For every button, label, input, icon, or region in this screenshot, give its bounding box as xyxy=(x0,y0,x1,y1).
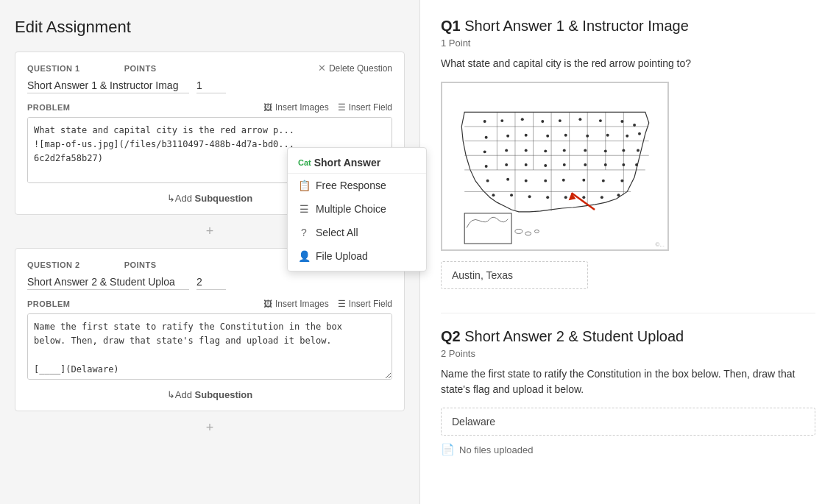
svg-point-20 xyxy=(599,119,602,122)
file-upload-icon: 👤 xyxy=(298,250,310,262)
dropdown-header: Cat Short Answer xyxy=(288,151,419,174)
question-2-card: QUESTION 2 POINTS ✕ Delete Question PROB… xyxy=(15,248,405,411)
svg-point-63 xyxy=(582,196,585,199)
insert-images-label-2: Insert Images xyxy=(275,299,329,309)
question-2-toolbar: 🖼 Insert Images ☰ Insert Field xyxy=(263,299,392,309)
svg-point-28 xyxy=(586,135,589,138)
dropdown-item-multiple-choice[interactable]: ☰ Multiple Choice xyxy=(288,197,419,221)
question-1-delete-button[interactable]: ✕ Delete Question xyxy=(318,63,392,74)
svg-point-59 xyxy=(510,194,513,196)
svg-point-51 xyxy=(506,178,509,181)
svg-point-47 xyxy=(604,163,607,166)
select-all-icon: ? xyxy=(298,227,310,238)
svg-point-40 xyxy=(637,149,640,152)
preview-q2-label: Q2 xyxy=(441,328,461,344)
preview-q1-map: ©... xyxy=(441,82,669,251)
preview-q2-title-text: Short Answer 2 & Student Upload xyxy=(464,328,684,344)
svg-point-58 xyxy=(492,194,495,196)
question-2-problem-textarea[interactable]: Name the first state to ratify the Const… xyxy=(27,313,392,380)
svg-point-39 xyxy=(622,149,625,152)
preview-question-1: Q1 Short Answer 1 & Instructor Image 1 P… xyxy=(441,18,815,289)
insert-field-dropdown: Cat Short Answer 📋 Free Response ☰ Multi… xyxy=(287,147,419,271)
question-1-add-subquestion-button[interactable]: ↳Add Subquestion xyxy=(167,193,252,204)
insert-images-button-1[interactable]: 🖼 Insert Images xyxy=(263,102,329,113)
svg-point-30 xyxy=(626,135,628,138)
free-response-icon: 📋 xyxy=(298,180,310,191)
preview-divider xyxy=(441,313,815,313)
svg-point-41 xyxy=(485,165,488,168)
preview-q2-no-files-row: 📄 No files uploaded xyxy=(441,443,815,456)
dropdown-item-select-all[interactable]: ? Select All xyxy=(288,221,419,244)
svg-point-45 xyxy=(563,163,566,166)
svg-point-46 xyxy=(584,163,587,166)
dropdown-item-file-upload[interactable]: 👤 File Upload xyxy=(288,244,419,268)
dropdown-cat-label: Cat xyxy=(298,158,311,167)
svg-point-50 xyxy=(486,180,489,182)
question-2-name-row xyxy=(27,274,392,290)
question-1-toolbar: 🖼 Insert Images ☰ Insert Field xyxy=(263,102,392,113)
svg-point-15 xyxy=(500,119,503,122)
svg-point-43 xyxy=(525,163,528,166)
insert-images-button-2[interactable]: 🖼 Insert Images xyxy=(263,299,329,309)
question-1-points-label: POINTS xyxy=(124,64,157,73)
preview-q2-no-files: No files uploaded xyxy=(459,444,533,455)
question-1-name-input[interactable] xyxy=(27,78,189,93)
delete-x-icon: ✕ xyxy=(318,63,326,74)
svg-rect-0 xyxy=(443,83,667,249)
svg-point-36 xyxy=(563,149,566,152)
map-attribution: ©... xyxy=(655,241,665,248)
svg-point-33 xyxy=(505,149,508,152)
preview-q1-problem: What state and capital city is the red a… xyxy=(441,56,815,71)
preview-question-2: Q2 Short Answer 2 & Student Upload 2 Poi… xyxy=(441,328,815,456)
svg-point-21 xyxy=(620,120,623,123)
add-question-divider-2[interactable]: + xyxy=(15,420,405,436)
svg-point-54 xyxy=(562,179,565,182)
question-1-label: QUESTION 1 xyxy=(27,64,80,73)
right-panel: Q1 Short Answer 1 & Instructor Image 1 P… xyxy=(419,0,836,504)
svg-point-18 xyxy=(559,119,562,122)
no-files-icon: 📄 xyxy=(441,443,455,456)
preview-q1-answer: Austin, Texas xyxy=(441,261,588,289)
svg-point-38 xyxy=(604,149,607,152)
question-2-problem-header: PROBLEM 🖼 Insert Images ☰ Insert Field xyxy=(27,299,392,309)
preview-q2-answer: Delaware xyxy=(441,408,815,436)
question-2-name-input[interactable] xyxy=(27,274,189,290)
question-2-points-input[interactable] xyxy=(196,274,226,290)
svg-point-31 xyxy=(638,132,641,135)
insert-field-button-1[interactable]: ☰ Insert Field xyxy=(338,102,392,113)
dropdown-item-multiple-choice-label: Multiple Choice xyxy=(316,203,386,215)
svg-point-16 xyxy=(521,118,524,121)
question-1-name-row xyxy=(27,78,392,93)
insert-images-label-1: Insert Images xyxy=(275,102,329,113)
dropdown-item-select-all-label: Select All xyxy=(316,227,358,238)
question-1-points-input[interactable] xyxy=(196,78,226,93)
insert-field-button-2[interactable]: ☰ Insert Field xyxy=(338,299,392,309)
dropdown-item-free-response[interactable]: 📋 Free Response xyxy=(288,174,419,197)
question-2-label: QUESTION 2 xyxy=(27,260,80,269)
svg-point-49 xyxy=(635,163,638,166)
left-panel: Edit Assignment QUESTION 1 POINTS ✕ Dele… xyxy=(0,0,419,504)
preview-q2-problem: Name the first state to ratify the Const… xyxy=(441,366,815,397)
multiple-choice-icon: ☰ xyxy=(298,203,310,215)
question-2-points-label: POINTS xyxy=(124,260,157,269)
question-2-add-subquestion-row: ↳Add Subquestion xyxy=(27,389,392,400)
svg-point-52 xyxy=(525,180,528,182)
preview-q2-points: 2 Points xyxy=(441,348,815,359)
svg-point-25 xyxy=(525,134,528,137)
preview-q1-label: Q1 xyxy=(441,18,461,34)
question-2-add-subquestion-button[interactable]: ↳Add Subquestion xyxy=(167,389,252,400)
preview-q1-points: 1 Point xyxy=(441,38,815,49)
preview-q1-title-text: Short Answer 1 & Instructor Image xyxy=(464,18,689,34)
svg-point-34 xyxy=(525,149,528,152)
svg-point-29 xyxy=(606,134,609,137)
insert-images-icon-1: 🖼 xyxy=(263,102,272,113)
svg-point-65 xyxy=(617,194,620,196)
svg-point-37 xyxy=(584,149,587,152)
svg-point-42 xyxy=(505,163,508,166)
question-1-delete-label: Delete Question xyxy=(329,63,392,74)
svg-point-22 xyxy=(633,124,636,127)
insert-field-label-2: Insert Field xyxy=(349,299,392,309)
svg-point-62 xyxy=(564,196,567,199)
svg-point-60 xyxy=(528,195,531,198)
svg-point-35 xyxy=(544,149,547,152)
